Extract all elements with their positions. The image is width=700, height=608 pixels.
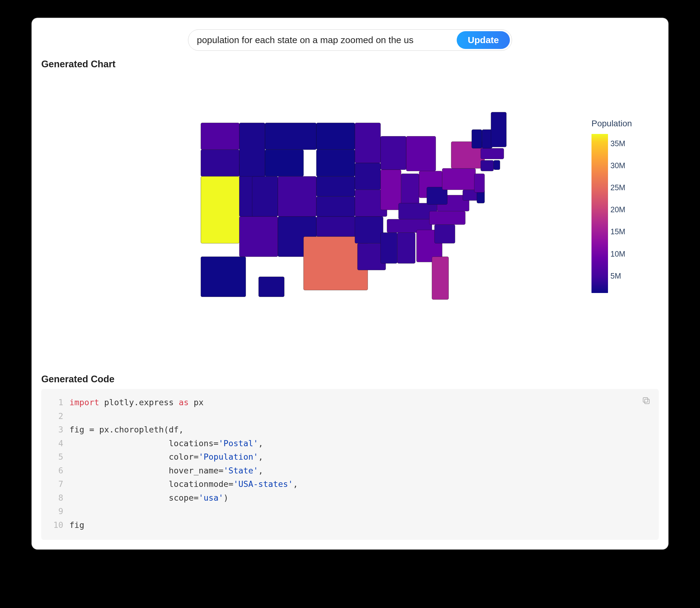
state-PA[interactable] <box>442 169 475 190</box>
line-number: 2 <box>48 410 63 423</box>
line-number: 3 <box>48 423 63 437</box>
chart-area: Population 35M30M25M20M15M10M5M <box>41 73 659 366</box>
state-MS[interactable] <box>381 233 397 264</box>
state-NC[interactable] <box>429 211 466 225</box>
state-VT[interactable] <box>472 130 482 148</box>
code-line: 6 hover_name='State', <box>48 464 652 478</box>
color-legend: Population 35M30M25M20M15M10M5M <box>591 119 643 293</box>
code-text: fig = px.choropleth(df, <box>70 423 184 437</box>
state-IN[interactable] <box>401 174 419 205</box>
code-line: 5 color='Population', <box>48 450 652 464</box>
state-AZ[interactable] <box>239 216 278 256</box>
search-wrap: Update <box>188 30 512 51</box>
state-WI[interactable] <box>381 136 406 170</box>
app-card: Update Generated Chart Population 35M30M… <box>32 18 668 549</box>
code-text: fig <box>70 518 84 532</box>
state-MI[interactable] <box>406 136 436 171</box>
line-number: 8 <box>48 491 63 505</box>
generated-code-heading: Generated Code <box>41 374 659 385</box>
state-SC[interactable] <box>434 225 455 243</box>
line-number: 5 <box>48 450 63 464</box>
line-number: 10 <box>48 518 63 532</box>
code-line: 3fig = px.choropleth(df, <box>48 423 652 437</box>
legend-tick: 5M <box>610 271 621 280</box>
state-ND[interactable] <box>316 123 355 150</box>
code-line: 4 locations='Postal', <box>48 437 652 451</box>
legend-tick: 30M <box>610 161 625 170</box>
legend-title: Population <box>591 119 643 129</box>
code-line: 1import plotly.express as px <box>48 396 652 410</box>
state-MA[interactable] <box>481 148 504 159</box>
top-bar: Update <box>41 30 659 51</box>
state-UT[interactable] <box>252 176 278 216</box>
state-FL[interactable] <box>432 256 449 299</box>
us-choropleth-map[interactable] <box>188 110 509 310</box>
state-AR[interactable] <box>355 216 383 244</box>
state-IA[interactable] <box>355 163 381 190</box>
line-number: 4 <box>48 437 63 451</box>
state-ME[interactable] <box>491 112 506 147</box>
code-block: 1import plotly.express as px23fig = px.c… <box>41 389 659 540</box>
state-WY[interactable] <box>265 150 304 176</box>
state-RI[interactable] <box>494 160 500 170</box>
code-text: color='Population', <box>70 450 263 464</box>
query-input[interactable] <box>197 35 454 45</box>
svg-rect-1 <box>643 398 648 402</box>
code-text: hover_name='State', <box>70 464 263 478</box>
state-CO[interactable] <box>278 176 316 216</box>
state-CA[interactable] <box>201 176 239 244</box>
state-NJ[interactable] <box>474 174 485 192</box>
legend-tick: 35M <box>610 139 625 148</box>
state-KS[interactable] <box>316 196 355 216</box>
line-number: 9 <box>48 505 63 518</box>
state-NH[interactable] <box>482 130 492 148</box>
state-SD[interactable] <box>316 150 355 176</box>
line-number: 7 <box>48 477 63 491</box>
state-OK[interactable] <box>316 216 361 237</box>
state-NE[interactable] <box>316 176 355 197</box>
code-text: locationmode='USA-states', <box>70 477 298 491</box>
code-text: locations='Postal', <box>70 437 263 451</box>
state-HI[interactable] <box>259 277 284 297</box>
state-AK[interactable] <box>201 256 246 297</box>
legend-tick: 10M <box>610 249 625 258</box>
code-line: 9 <box>48 505 652 518</box>
legend-colorbar <box>591 134 608 293</box>
line-number: 1 <box>48 396 63 410</box>
code-line: 10fig <box>48 518 652 532</box>
svg-rect-0 <box>645 399 649 404</box>
copy-icon[interactable] <box>642 396 651 405</box>
code-line: 7 locationmode='USA-states', <box>48 477 652 491</box>
state-MN[interactable] <box>355 123 381 163</box>
state-MT[interactable] <box>265 123 316 150</box>
code-text: import plotly.express as px <box>70 396 203 410</box>
line-number: 6 <box>48 464 63 478</box>
state-ID[interactable] <box>239 123 265 176</box>
legend-tick: 20M <box>610 205 625 214</box>
code-line: 2 <box>48 410 652 423</box>
legend-tick: 25M <box>610 183 625 192</box>
state-WA[interactable] <box>201 123 239 150</box>
state-OR[interactable] <box>201 150 239 176</box>
state-AL[interactable] <box>397 233 415 264</box>
code-text: scope='usa') <box>70 491 228 505</box>
state-IL[interactable] <box>381 170 401 210</box>
update-button[interactable]: Update <box>457 31 510 49</box>
legend-ticks: 35M30M25M20M15M10M5M <box>610 134 635 293</box>
state-CT[interactable] <box>481 160 494 171</box>
legend-tick: 15M <box>610 227 625 236</box>
generated-chart-heading: Generated Chart <box>41 59 659 70</box>
code-line: 8 scope='usa') <box>48 491 652 505</box>
